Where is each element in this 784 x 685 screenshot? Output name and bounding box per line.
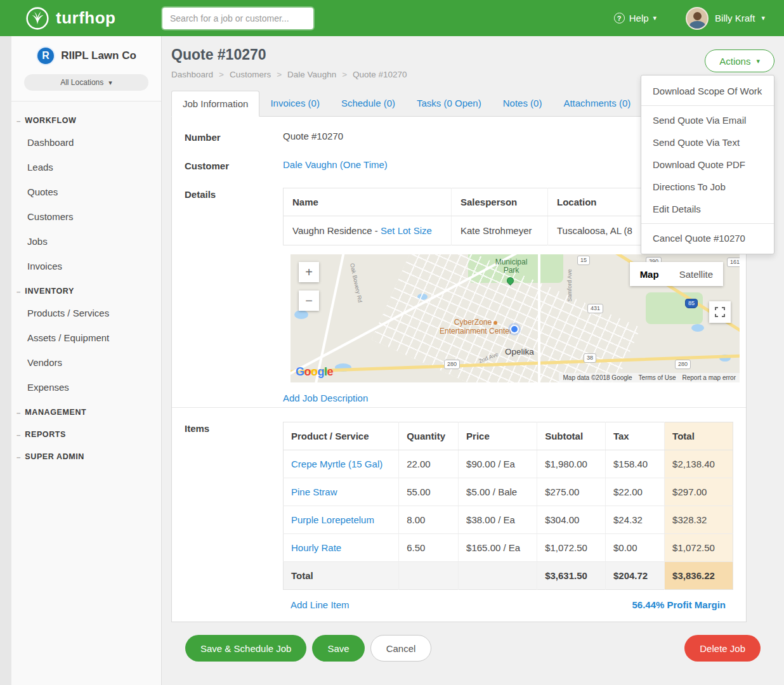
menu-item-send-quote-email[interactable]: Send Quote Via Email (641, 109, 774, 131)
menu-item-download-scope-of-work[interactable]: Download Scope Of Work (641, 80, 774, 102)
details-header-salesperson: Salesperson (452, 188, 548, 216)
map-label-municipal-park: Municipal Park (487, 258, 535, 275)
item-price: $165.00 / Ea (459, 534, 537, 562)
locations-selector[interactable]: All Locations ▾ (24, 74, 148, 91)
menu-divider (641, 105, 774, 106)
sidebar-section-management[interactable]: -- MANAGEMENT (11, 400, 161, 422)
sidebar-section-inventory[interactable]: -- INVENTORY (11, 278, 161, 301)
map-water (294, 310, 308, 319)
add-line-item-link[interactable]: Add Line Item (291, 599, 350, 610)
item-product-link[interactable]: Hourly Rate (291, 542, 341, 553)
details-header-name: Name (284, 188, 452, 216)
breadcrumb-customers[interactable]: Customers (213, 70, 271, 79)
items-header-price: Price (459, 422, 537, 450)
customer-link[interactable]: Dale Vaughn (283, 159, 337, 170)
company[interactable]: R RIIPL Lawn Co (11, 46, 161, 65)
route-shield: 161 (727, 258, 740, 267)
menu-item-directions-to-job[interactable]: Directions To Job (641, 176, 774, 198)
interstate-shield: 85 (685, 299, 698, 308)
item-subtotal: $304.00 (537, 506, 606, 534)
actions-menu: Download Scope Of Work Send Quote Via Em… (641, 75, 774, 254)
company-logo-icon: R (36, 46, 55, 65)
sidebar-item-products-services[interactable]: Products / Services (11, 301, 161, 325)
sidebar-item-customers[interactable]: Customers (11, 204, 161, 229)
save-schedule-job-button[interactable]: Save & Schedule Job (185, 635, 306, 662)
breadcrumb-customer[interactable]: Dale Vaughn (271, 70, 336, 79)
sidebar-item-assets-equipment[interactable]: Assets / Equipment (11, 325, 161, 350)
breadcrumb-dashboard[interactable]: Dashboard (171, 70, 213, 79)
menu-item-download-quote-pdf[interactable]: Download Quote PDF (641, 153, 774, 176)
delete-job-button[interactable]: Delete Job (684, 635, 761, 662)
menu-divider (641, 223, 774, 224)
route-shield: 280 (675, 360, 691, 369)
main-content: Quote #10270 DashboardCustomersDale Vaug… (162, 36, 784, 685)
sidebar-item-expenses[interactable]: Expenses (11, 375, 161, 400)
tab-job-information[interactable]: Job Information (171, 91, 259, 117)
user-avatar (686, 7, 709, 30)
item-subtotal: $275.00 (537, 478, 606, 506)
tab-invoices[interactable]: Invoices (0) (259, 91, 330, 116)
customer-type-link[interactable]: (One Time) (340, 159, 388, 170)
item-subtotal: $1,072.50 (537, 534, 606, 562)
items-label: Items (185, 422, 283, 611)
menu-item-edit-details[interactable]: Edit Details (641, 198, 774, 220)
sidebar-item-quotes[interactable]: Quotes (11, 179, 161, 204)
google-logo: Google (296, 365, 333, 379)
help-icon: ? (614, 13, 625, 23)
map-view-button[interactable]: Map (630, 262, 669, 286)
chevron-down-icon: ▾ (653, 14, 657, 22)
sidebar-rail (0, 36, 11, 685)
item-tax: $24.32 (605, 506, 664, 534)
menu-item-cancel-quote[interactable]: Cancel Quote #10270 (641, 227, 774, 249)
map-type-controls: Map Satellite (630, 262, 723, 286)
report-map-error-link[interactable]: Report a map error (683, 374, 736, 381)
fullscreen-button[interactable] (709, 301, 731, 323)
item-product-link[interactable]: Pine Straw (291, 486, 337, 497)
section-label: WORKFLOW (25, 116, 76, 125)
cancel-button[interactable]: Cancel (370, 635, 432, 662)
item-subtotal: $1,980.00 (537, 450, 606, 478)
sidebar-item-dashboard[interactable]: Dashboard (11, 130, 161, 155)
collapse-icon: -- (16, 431, 20, 438)
item-total: $297.00 (665, 478, 733, 506)
sidebar-item-invoices[interactable]: Invoices (11, 254, 161, 278)
brand[interactable]: turfhop (25, 6, 162, 30)
item-row: Hourly Rate 6.50 $165.00 / Ea $1,072.50 … (284, 534, 733, 562)
street-label: Oak Bowery Rd (349, 263, 363, 303)
terms-of-use-link[interactable]: Terms of Use (639, 374, 676, 381)
job-location-map[interactable]: Samford Ave 2nd Ave Oak Bowery Rd 390 15… (291, 254, 740, 382)
user-menu[interactable]: Billy Kraft ▾ (686, 7, 765, 30)
tab-attachments[interactable]: Attachments (0) (552, 91, 641, 116)
number-label: Number (185, 131, 283, 143)
tab-tasks[interactable]: Tasks (0 Open) (406, 91, 492, 116)
details-name-cell: Vaughn Residence - Set Lot Size (284, 216, 452, 245)
zoom-out-button[interactable]: − (299, 290, 319, 311)
add-job-description-link[interactable]: Add Job Description (283, 393, 368, 403)
tab-schedule[interactable]: Schedule (0) (330, 91, 406, 116)
details-label: Details (185, 188, 283, 407)
street-label: Samford Ave (566, 269, 573, 301)
tab-notes[interactable]: Notes (0) (492, 91, 553, 116)
set-lot-size-link[interactable]: Set Lot Size (381, 225, 432, 236)
sidebar-section-super-admin[interactable]: -- SUPER ADMIN (11, 444, 161, 466)
search-input[interactable] (162, 8, 313, 29)
sidebar-section-workflow[interactable]: -- WORKFLOW (11, 108, 161, 130)
chevron-down-icon: ▾ (761, 14, 765, 22)
item-row: Purple Lorepetelum 8.00 $38.00 / Ea $304… (284, 506, 733, 534)
sidebar-section-reports[interactable]: -- REPORTS (11, 422, 161, 444)
route-shield: 38 (584, 353, 596, 363)
item-product-link[interactable]: Purple Lorepetelum (291, 514, 374, 525)
actions-button[interactable]: Actions ▾ (705, 49, 774, 72)
menu-item-send-quote-text[interactable]: Send Quote Via Text (641, 131, 774, 153)
item-total: $1,072.50 (665, 534, 733, 562)
item-quantity: 22.00 (399, 450, 459, 478)
sidebar-item-vendors[interactable]: Vendors (11, 350, 161, 375)
map-data-text: Map data ©2018 Google (563, 374, 632, 381)
help-menu[interactable]: ? Help ▾ (614, 13, 657, 23)
save-button[interactable]: Save (312, 635, 364, 662)
item-product-link[interactable]: Crepe Myrtle (15 Gal) (291, 459, 382, 469)
sidebar-item-leads[interactable]: Leads (11, 155, 161, 179)
satellite-view-button[interactable]: Satellite (669, 262, 723, 286)
sidebar-item-jobs[interactable]: Jobs (11, 229, 161, 254)
zoom-in-button[interactable]: + (299, 262, 319, 282)
